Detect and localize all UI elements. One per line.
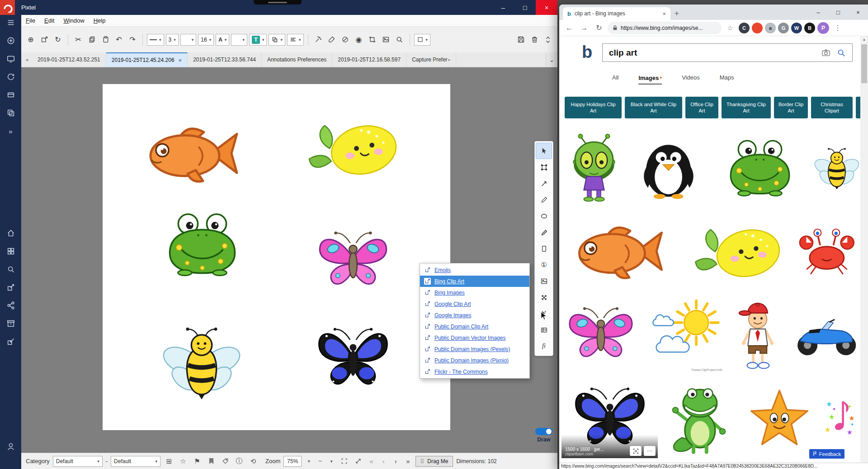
add-icon[interactable]: ⊕ (25, 34, 37, 46)
pencil-tool-icon[interactable] (536, 192, 552, 208)
result-music-partial[interactable] (821, 379, 860, 458)
menu-icon[interactable] (5, 17, 16, 28)
more-options-icon[interactable]: ⋯ (644, 446, 656, 456)
extension-icon-4[interactable]: G (778, 23, 789, 33)
image-tool-icon[interactable] (536, 273, 552, 289)
zoom-dropdown[interactable]: ▾ (327, 456, 335, 467)
paste-icon[interactable] (99, 34, 111, 46)
result-alien[interactable] (561, 128, 626, 207)
export-icon[interactable] (5, 282, 16, 293)
select-tool-icon[interactable] (536, 143, 552, 159)
result-frog[interactable] (710, 128, 809, 207)
tag-icon[interactable] (220, 456, 231, 467)
result-lemon[interactable] (685, 213, 793, 289)
artboard[interactable] (103, 84, 450, 430)
bing-search-icon[interactable] (837, 48, 846, 57)
nav-next-icon[interactable]: › (391, 456, 400, 467)
chip-christmas[interactable]: Christmas Clipart (811, 97, 853, 118)
menu-item-public-domain-clip-art[interactable]: Public Domain Clip Art (420, 321, 529, 332)
extension-icon-3[interactable]: a (765, 23, 776, 33)
refresh-icon[interactable]: ↻ (52, 34, 64, 46)
zoom-in-button[interactable]: + (305, 456, 313, 467)
category-select[interactable]: Default▾ (53, 456, 103, 467)
clipart-goldfish[interactable] (144, 119, 244, 188)
windows-icon[interactable] (5, 108, 16, 118)
color-select[interactable]: ▾ (231, 34, 247, 46)
menu-file[interactable]: File (26, 17, 35, 24)
font-select[interactable]: A▾ (216, 34, 229, 46)
info-icon[interactable]: ⓘ (234, 456, 245, 467)
toolbar-overflow-icon[interactable] (542, 34, 554, 46)
chip-thanksgiving[interactable]: Thanksgiving Clip Art (722, 97, 771, 118)
result-motorcycle-partial[interactable] (790, 294, 860, 374)
extension-icon-6[interactable]: B (804, 23, 815, 33)
line-style-select[interactable]: ▾ (147, 34, 164, 46)
draw-toggle[interactable]: Draw (533, 428, 554, 443)
nav-first-icon[interactable]: « (367, 456, 376, 467)
draw-switch[interactable] (535, 428, 552, 435)
address-bar[interactable]: https://www.bing.com/images/se... (608, 22, 722, 34)
capture-bar-collapsed[interactable] (254, 0, 302, 5)
drag-me-button[interactable]: Drag Me (415, 456, 453, 467)
open-external-icon[interactable] (38, 34, 50, 46)
rectangle-tool-icon[interactable] (536, 240, 552, 257)
menu-item-public-domain-images-pexels[interactable]: Public Domain Images (Pexels) (420, 343, 529, 355)
serp-tab-images[interactable]: Images• (638, 74, 662, 84)
pixelate-tool-icon[interactable] (536, 289, 552, 305)
zoom-out-button[interactable]: − (316, 456, 324, 467)
search-icon[interactable] (5, 264, 16, 275)
extension-icon-1[interactable]: C (739, 23, 750, 33)
result-penguin[interactable] (632, 128, 706, 207)
flag-icon[interactable]: ⚑ (192, 456, 203, 467)
bing-search-box[interactable]: clip art (602, 43, 853, 62)
result-starfish[interactable] (742, 379, 817, 458)
image-export-icon[interactable] (380, 34, 392, 46)
tab-list-dropdown[interactable]: ⌄ (546, 52, 557, 67)
archive-icon[interactable] (5, 318, 16, 329)
reload-icon[interactable]: ↻ (593, 22, 605, 34)
forward-icon[interactable]: → (578, 22, 590, 34)
feedback-button[interactable]: Feedback (809, 449, 844, 459)
delete-icon[interactable] (528, 34, 540, 46)
chip-black-and-white[interactable]: Black and White Clip Art (625, 97, 682, 118)
clipart-frog[interactable] (160, 210, 245, 279)
brush-icon[interactable] (326, 34, 338, 46)
clipart-bee[interactable] (160, 325, 244, 399)
counter-tool-icon[interactable]: ① (536, 257, 552, 273)
fit-screen-icon[interactable] (339, 456, 349, 467)
extension-icon-5[interactable]: W (791, 23, 802, 33)
star-icon[interactable]: ☆ (178, 456, 189, 467)
browser-tab[interactable]: b clip art - Bing images × (563, 7, 670, 20)
font-tool-icon[interactable]: fi (536, 338, 552, 354)
scroll-thumb[interactable] (861, 44, 867, 83)
home-icon[interactable] (5, 228, 16, 239)
transform-tool-icon[interactable] (536, 159, 552, 175)
maximize-button[interactable]: □ (514, 0, 536, 15)
account-icon[interactable] (5, 441, 16, 452)
arrow-tool-icon[interactable] (536, 175, 552, 192)
result-pink-butterfly[interactable] (561, 294, 640, 374)
menu-edit[interactable]: Edit (44, 17, 54, 24)
nav-last-icon[interactable]: » (403, 456, 412, 467)
clipart-pink-butterfly[interactable] (312, 229, 394, 292)
chip-office[interactable]: Office Clip Art (685, 97, 718, 118)
crop-icon[interactable] (367, 34, 378, 46)
tab-close-icon[interactable]: × (662, 10, 666, 17)
result-sun-clouds[interactable]: ©www.ClipProject.info (645, 294, 725, 374)
border-style-select[interactable]: ▾ (414, 34, 431, 46)
font-size-select[interactable]: 16▾ (198, 34, 214, 46)
result-blue-butterfly[interactable]: 1500 x 1600 · jpe... clipartbarn.com ⋯ (561, 379, 658, 458)
menu-item-bing-clip-art[interactable]: Bing Clip Art (420, 276, 529, 287)
back-icon[interactable]: ← (563, 22, 576, 34)
expand-chevrons-icon[interactable]: » (5, 126, 16, 136)
browser-minimize-button[interactable]: – (808, 5, 828, 20)
actual-size-icon[interactable] (353, 456, 363, 467)
menu-item-flickr-the-commons[interactable]: Flickr - The Commons (420, 366, 529, 377)
text-tool-select[interactable]: T▾ (249, 34, 267, 46)
save-icon[interactable] (515, 34, 527, 46)
tab-scroll-left[interactable]: ◂ (21, 52, 32, 67)
cut-icon[interactable]: ✂ (72, 34, 84, 46)
sticker-person-tool-icon[interactable] (536, 322, 552, 338)
result-bee-partial[interactable] (814, 128, 860, 207)
serp-tab-maps[interactable]: Maps (720, 74, 734, 84)
